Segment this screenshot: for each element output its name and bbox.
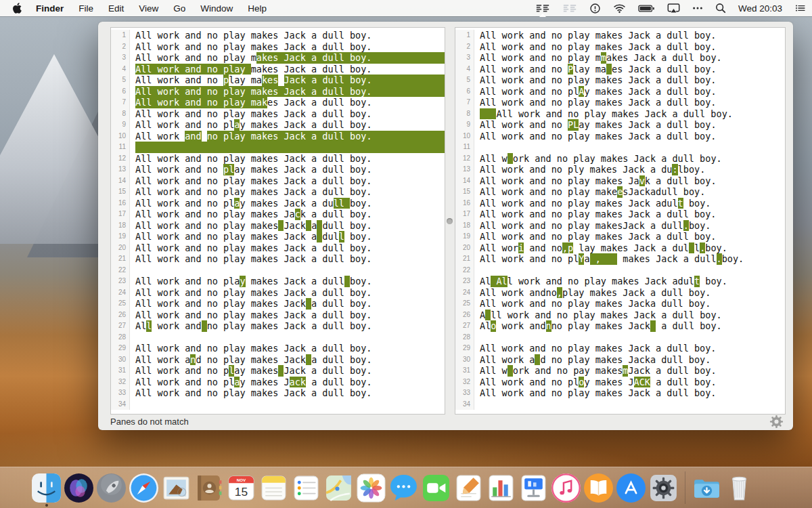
diff-line[interactable]: 12All work and no play makes Jack a dull… [111,153,445,165]
menu-item-file[interactable]: File [71,3,101,14]
diff-line[interactable]: 21All work and no plYa , makes Jack a du… [455,253,785,265]
diff-line[interactable]: 24All work andno,play makes Jack a dull … [455,287,785,299]
diff-line[interactable]: 27Alo work andnno play makes Jack a dull… [455,320,785,332]
diff-line[interactable]: 4All work and no Play ma es Jack a dull … [455,64,785,75]
diff-line[interactable]: 5All work and no play makes Jack a dull … [111,75,445,86]
diff-line[interactable]: 25All work and no play makes Jacka dull … [455,298,785,310]
diff-line[interactable]: 16All work and no play makes Jack a dull… [111,198,445,209]
diff-line[interactable]: 24All work and no play makes Jack a dull… [111,287,445,299]
menu-item-help[interactable]: Help [240,3,274,14]
diff-line[interactable]: 10All work and no play makes Jack a dull… [455,131,785,142]
diff-line[interactable]: 32All work and no play makes Jack a dull… [111,377,445,388]
diff-line[interactable]: 29All work and no play makes Jack a dull… [111,343,445,354]
more-icon[interactable] [686,0,709,16]
diff-line[interactable]: 8 All work and no play makes Jack a dull… [455,108,785,120]
dock-maps-icon[interactable] [323,473,354,503]
diff-line[interactable]: 32All work and no ploy makes JACK a dull… [455,377,785,388]
diff-line[interactable]: 26A ll work and no play makes Jack a dul… [455,310,785,321]
diff-line[interactable]: 8All work and no play makes Jack a dull … [111,108,445,120]
spotlight-icon[interactable] [709,0,732,16]
diff-line[interactable]: 19All work and no play makes Jack a dull… [111,231,445,242]
diff-line[interactable]: 28 [455,332,785,343]
menu-item-edit[interactable]: Edit [101,3,131,14]
diff-line[interactable]: 21All work and no play makes Jack a dull… [111,253,445,265]
diff-line[interactable]: 3All work and no play mmakes Jack a dull… [455,52,785,64]
diff-line[interactable]: 15All work and no play makeesJackadull b… [455,186,785,198]
dock-keynote-icon[interactable] [518,473,549,503]
diff-line[interactable]: 6All work and no play makes Jack a dull … [111,86,445,98]
diff-line[interactable]: 2All work and no play makes Jack a dull … [111,41,445,53]
dock-itunes-icon[interactable] [551,473,581,503]
pane-divider-handle[interactable] [447,218,453,224]
dock-trash-icon[interactable] [724,473,754,503]
diff-line[interactable]: 30All work and no play makes Jack a dull… [111,354,445,366]
diff-line[interactable]: 13All work and no ply makes Jack a du:lb… [455,164,785,175]
dock-contacts-icon[interactable] [194,473,224,503]
dock-downloads-icon[interactable] [692,473,722,503]
notification-list-icon[interactable] [788,0,812,16]
diff-line[interactable]: 14All work and no play makes Javk a dull… [455,175,785,187]
diff-line[interactable]: 23Al All work and no play makes Jack adu… [455,276,785,287]
diff-line[interactable]: 12All w ork and no play makes Jack a dul… [455,153,785,165]
battery-icon[interactable] [632,0,661,16]
diff-line[interactable]: 18All work and no play makesJack a dull.… [455,220,785,232]
dock-safari-icon[interactable] [129,473,159,503]
active-app-name[interactable]: Finder [28,3,71,14]
dock-ibooks-icon[interactable] [583,473,614,503]
menu-item-view[interactable]: View [131,3,166,14]
diff-line[interactable]: 14All work and no play makes Jack a dull… [111,175,445,187]
dock-messages-icon[interactable] [388,473,419,503]
airplay-icon[interactable] [661,0,686,16]
diff-line[interactable]: 29All work and no play makes Jack a dull… [455,343,785,354]
diff-line[interactable]: 34 [455,399,785,410]
diff-line[interactable]: 17All work and no play makes Jack a dull… [111,209,445,220]
settings-gear-button[interactable] [768,413,785,430]
diff-line[interactable]: 6All work and no plAy makes Jack a dull … [455,86,785,98]
diff-line[interactable]: 7All work and no play makes Jack a dull … [111,97,445,108]
dock-appstore-icon[interactable] [616,473,646,503]
left-diff-pane[interactable]: 1All work and no play makes Jack a dull … [110,27,445,415]
diff-inactive-icon[interactable] [556,0,583,16]
dock-reminders-icon[interactable] [291,473,321,503]
diff-line[interactable]: 34 [111,399,445,410]
diff-line[interactable]: 15All work and no play makes Jack a dull… [111,186,445,198]
diff-line[interactable]: 20All wori and no,p lay makes Jack a dul… [455,242,785,254]
diff-line[interactable]: 11 [111,142,445,153]
diff-tool-window[interactable]: 1All work and no play makes Jack a dull … [98,22,793,430]
menu-item-go[interactable]: Go [166,3,193,14]
diff-line[interactable]: 20All work and no play makes Jack a dull… [111,242,445,254]
dock-photos-icon[interactable] [356,473,386,503]
diff-line[interactable]: 4All work and no play makes Jack a dull … [111,64,445,75]
diff-line[interactable]: 23All work and no play makes Jack a dull… [111,276,445,287]
diff-line[interactable]: 27All work and no play makes Jack a dull… [111,320,445,332]
info-circle-icon[interactable] [583,0,607,16]
diff-line[interactable]: 18All work and no play makes Jack a dull… [111,220,445,232]
wifi-icon[interactable] [607,0,632,16]
dock-pages-icon[interactable] [453,473,484,503]
diff-line[interactable]: 9All work and no play makes Jack a dull … [111,119,445,131]
dock-mail-icon[interactable] [161,473,191,503]
diff-line[interactable]: 33All work and no play makes Jack a dull… [111,387,445,399]
diff-line[interactable]: 22 [111,265,445,276]
dock-calendar-icon[interactable]: NOV15 [226,473,256,503]
menu-item-window[interactable]: Window [193,3,240,14]
diff-line[interactable]: 11 [455,142,785,153]
diff-line[interactable]: 7All work and no play makes Jack a dull … [455,97,785,108]
diff-line[interactable]: 31All w ork and no pay makesmJack a dull… [455,365,785,377]
diff-line[interactable]: 19All work and no play makes Jack a dull… [455,231,785,242]
diff-line[interactable]: 3All work and no play makes Jack a dull … [111,52,445,64]
diff-line[interactable]: 2All work and no play makes Jack a dull … [455,41,785,53]
diff-line[interactable]: 5All work and no play makes Jack a dull … [455,75,785,86]
dock-finder-icon[interactable] [31,473,62,503]
diff-line[interactable]: 1All work and no play makes Jack a dull … [455,30,785,41]
dock-facetime-icon[interactable] [421,473,451,503]
diff-line[interactable]: 28 [111,332,445,343]
right-diff-pane[interactable]: 1All work and no play makes Jack a dull … [455,27,786,415]
diff-line[interactable]: 30All work a d no play makes Jacka dull … [455,354,785,366]
diff-line[interactable]: 33All work and no play makes Jack a dull… [455,387,785,399]
apple-menu-icon[interactable] [0,3,28,14]
diff-line[interactable]: 1All work and no play makes Jack a dull … [111,30,445,41]
dock-notes-icon[interactable] [258,473,289,503]
diff-line[interactable]: 22 [455,265,785,276]
diff-line[interactable]: 25All work and no play makes Jack a dull… [111,298,445,310]
